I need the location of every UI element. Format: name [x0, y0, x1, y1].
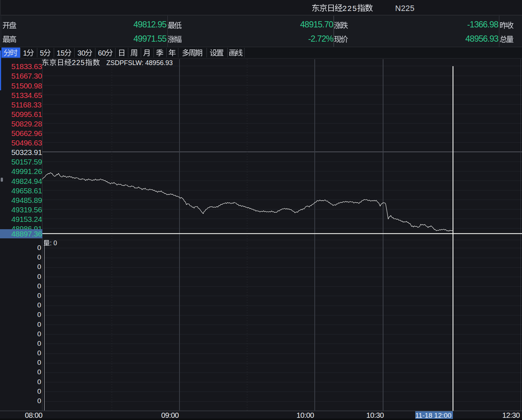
svg-text:51334.65: 51334.65	[11, 91, 42, 99]
svg-text:0: 0	[37, 397, 41, 405]
svg-text:10:00: 10:00	[296, 411, 314, 419]
svg-text:49485.89: 49485.89	[11, 196, 42, 204]
svg-text:: 0: : 0	[50, 239, 57, 247]
svg-text:0: 0	[37, 244, 41, 251]
svg-text:49319.56: 49319.56	[11, 205, 42, 214]
svg-text:0: 0	[37, 301, 41, 309]
svg-text:0: 0	[37, 321, 41, 328]
svg-text:49991.26: 49991.26	[11, 167, 42, 175]
svg-text:48897.36: 48897.36	[11, 230, 42, 238]
svg-text:225: 225	[72, 58, 85, 67]
svg-text:0: 0	[37, 378, 41, 386]
svg-text:0: 0	[37, 387, 41, 395]
svg-text:08:00: 08:00	[25, 411, 42, 419]
svg-text:49824.94: 49824.94	[11, 177, 42, 185]
svg-text:12:30: 12:30	[502, 411, 520, 419]
svg-text:51833.63: 51833.63	[11, 62, 42, 71]
svg-text:0: 0	[37, 292, 41, 299]
svg-text:50662.96: 50662.96	[11, 129, 42, 137]
svg-text:0: 0	[37, 349, 41, 357]
svg-text:0: 0	[37, 273, 41, 280]
svg-text:0: 0	[37, 359, 41, 366]
svg-text:51667.30: 51667.30	[11, 72, 42, 80]
svg-text:51168.33: 51168.33	[11, 101, 41, 109]
svg-text:0: 0	[37, 253, 41, 261]
svg-text:50323.91: 50323.91	[11, 148, 42, 156]
svg-text:09:00: 09:00	[161, 411, 179, 419]
svg-text:49658.61: 49658.61	[11, 186, 42, 195]
svg-text:50157.59: 50157.59	[11, 158, 42, 166]
svg-text:50995.61: 50995.61	[11, 110, 42, 118]
svg-text:50496.63: 50496.63	[11, 139, 42, 147]
svg-text:49153.24: 49153.24	[11, 215, 42, 223]
svg-text:50829.28: 50829.28	[11, 120, 42, 128]
svg-text:51500.98: 51500.98	[11, 82, 42, 90]
svg-text:0: 0	[37, 263, 41, 270]
svg-text:ZSDPFSLW: 48956.93: ZSDPFSLW: 48956.93	[106, 59, 173, 67]
svg-text:11-18 12:00: 11-18 12:00	[415, 412, 451, 419]
svg-text:0: 0	[37, 282, 41, 290]
svg-text:0: 0	[37, 311, 41, 318]
svg-text:10:30: 10:30	[366, 411, 384, 419]
svg-text:0: 0	[37, 330, 41, 338]
svg-text:0: 0	[37, 340, 41, 347]
svg-text:0: 0	[37, 368, 41, 376]
